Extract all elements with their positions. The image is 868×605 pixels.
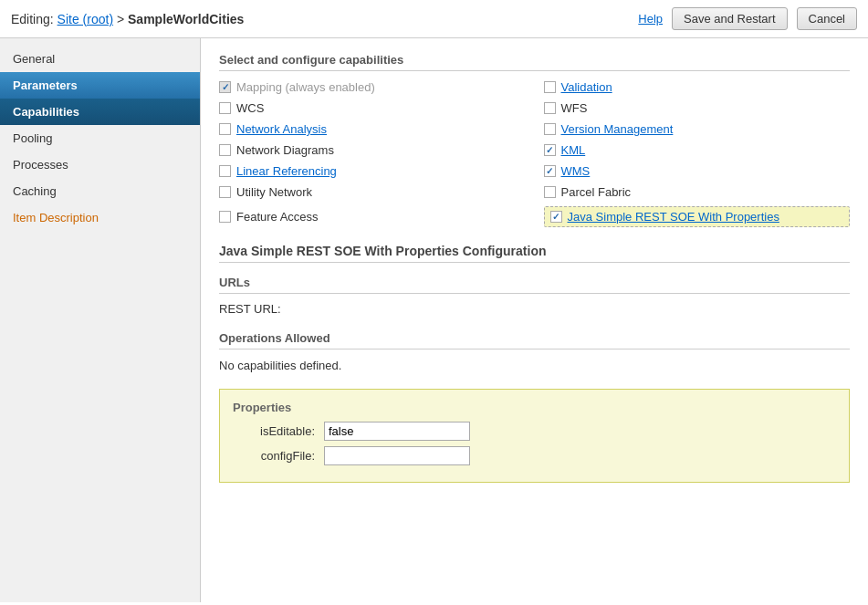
cap-wms[interactable]: WMS — [544, 164, 851, 178]
cap-network-diagrams-checkbox[interactable] — [219, 144, 231, 156]
cap-parcel-fabric-checkbox[interactable] — [544, 186, 556, 198]
cap-linear-referencing-checkbox[interactable] — [219, 165, 231, 177]
cap-java-soe[interactable]: Java Simple REST SOE With Properties — [544, 206, 851, 227]
rest-url-row: REST URL: — [219, 299, 850, 318]
cap-wms-checkbox[interactable] — [544, 165, 556, 177]
prop-row-configfile: configFile: — [233, 446, 836, 465]
service-name: SampleWorldCities — [128, 12, 244, 26]
config-section-title: Java Simple REST SOE With Properties Con… — [219, 244, 850, 263]
sidebar-item-processes[interactable]: Processes — [0, 151, 200, 178]
cap-validation[interactable]: Validation — [544, 80, 851, 94]
cap-wcs[interactable]: WCS — [219, 101, 526, 115]
sidebar-item-pooling[interactable]: Pooling — [0, 125, 200, 151]
prop-iseditable-input[interactable] — [324, 422, 470, 441]
sidebar-item-parameters[interactable]: Parameters — [0, 72, 200, 99]
cap-version-management-checkbox[interactable] — [544, 123, 556, 135]
main-layout: General Parameters Capabilities Pooling … — [0, 38, 868, 602]
prop-iseditable-label: isEditable: — [233, 424, 315, 438]
prop-configfile-label: configFile: — [233, 449, 315, 463]
sidebar-item-caching[interactable]: Caching — [0, 178, 200, 204]
cap-wfs-label: WFS — [561, 101, 588, 115]
urls-section: URLs REST URL: — [219, 276, 850, 318]
capabilities-section-title: Select and configure capabilities — [219, 53, 850, 71]
cap-java-soe-checkbox[interactable] — [550, 211, 562, 223]
ops-section: Operations Allowed No capabilities defin… — [219, 331, 850, 376]
cap-mapping-checkbox[interactable] — [219, 81, 231, 93]
sidebar-item-capabilities[interactable]: Capabilities — [0, 99, 200, 125]
capabilities-grid: Mapping (always enabled) Validation WCS … — [219, 80, 850, 227]
cap-utility-network[interactable]: Utility Network — [219, 185, 526, 199]
cap-network-analysis-label[interactable]: Network Analysis — [236, 122, 327, 136]
cap-wcs-label: WCS — [236, 101, 264, 115]
cap-wms-label[interactable]: WMS — [561, 164, 591, 178]
editing-label: Editing: — [11, 12, 54, 26]
breadcrumb: Editing: Site (root) > SampleWorldCities — [11, 12, 244, 26]
ops-text: No capabilities defined. — [219, 355, 850, 376]
cap-wcs-checkbox[interactable] — [219, 102, 231, 114]
header-actions: Help Save and Restart Cancel — [638, 7, 857, 30]
cap-validation-label[interactable]: Validation — [561, 80, 612, 94]
cancel-button[interactable]: Cancel — [797, 7, 857, 30]
help-link[interactable]: Help — [638, 12, 663, 26]
ops-label: Operations Allowed — [219, 331, 850, 345]
site-root-link[interactable]: Site (root) — [58, 12, 113, 26]
cap-kml[interactable]: KML — [544, 143, 851, 157]
cap-kml-label[interactable]: KML — [561, 143, 586, 157]
rest-url-label: REST URL: — [219, 302, 292, 316]
cap-parcel-fabric[interactable]: Parcel Fabric — [544, 185, 851, 199]
prop-configfile-input[interactable] — [324, 446, 470, 465]
separator: > — [117, 12, 128, 26]
cap-java-soe-label[interactable]: Java Simple REST SOE With Properties — [568, 210, 779, 224]
cap-linear-referencing[interactable]: Linear Referencing — [219, 164, 526, 178]
cap-wfs[interactable]: WFS — [544, 101, 851, 115]
cap-mapping[interactable]: Mapping (always enabled) — [219, 80, 526, 94]
urls-label: URLs — [219, 276, 850, 289]
cap-network-diagrams[interactable]: Network Diagrams — [219, 143, 526, 157]
content-area: Select and configure capabilities Mappin… — [201, 38, 868, 602]
cap-feature-access[interactable]: Feature Access — [219, 206, 526, 227]
cap-network-analysis[interactable]: Network Analysis — [219, 122, 526, 136]
cap-parcel-fabric-label: Parcel Fabric — [561, 185, 632, 199]
cap-mapping-label: Mapping (always enabled) — [236, 80, 375, 94]
cap-validation-checkbox[interactable] — [544, 81, 556, 93]
config-section: Java Simple REST SOE With Properties Con… — [219, 244, 850, 483]
cap-version-management[interactable]: Version Management — [544, 122, 851, 136]
cap-wfs-checkbox[interactable] — [544, 102, 556, 114]
cap-utility-network-label: Utility Network — [236, 185, 312, 199]
cap-feature-access-checkbox[interactable] — [219, 211, 231, 223]
sidebar-item-item-description[interactable]: Item Description — [0, 204, 200, 231]
cap-linear-referencing-label[interactable]: Linear Referencing — [236, 164, 337, 178]
cap-version-management-label[interactable]: Version Management — [561, 122, 674, 136]
sidebar: General Parameters Capabilities Pooling … — [0, 38, 201, 602]
properties-title: Properties — [233, 401, 836, 414]
header: Editing: Site (root) > SampleWorldCities… — [0, 0, 868, 38]
cap-network-analysis-checkbox[interactable] — [219, 123, 231, 135]
sidebar-item-general[interactable]: General — [0, 46, 200, 72]
cap-feature-access-label: Feature Access — [236, 210, 319, 224]
cap-network-diagrams-label: Network Diagrams — [236, 143, 334, 157]
save-restart-button[interactable]: Save and Restart — [672, 7, 787, 30]
prop-row-iseditable: isEditable: — [233, 422, 836, 441]
cap-kml-checkbox[interactable] — [544, 144, 556, 156]
cap-utility-network-checkbox[interactable] — [219, 186, 231, 198]
properties-box: Properties isEditable: configFile: — [219, 389, 850, 483]
